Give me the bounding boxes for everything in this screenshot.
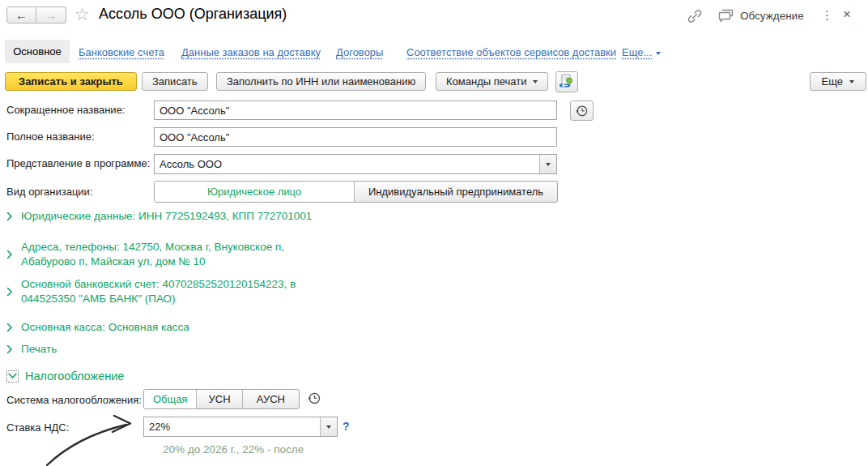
group-addresses-line2: Абабурово п, Майская ул, дом № 10: [21, 254, 284, 269]
short-name-input[interactable]: [154, 100, 557, 120]
more-actions-label: Еще: [822, 75, 843, 88]
chevron-down-icon: [533, 80, 538, 83]
chevron-down-icon: [546, 163, 551, 166]
discussion-label: Обсуждение: [740, 10, 804, 22]
chevron-right-icon: [6, 287, 13, 297]
tax-system-toggle: Общая УСН АУСН: [143, 389, 300, 409]
tab-delivery-orders[interactable]: Данные заказов на доставку: [181, 46, 321, 58]
history-clock-icon: [307, 391, 321, 405]
tax-system-option-ausn[interactable]: АУСН: [243, 390, 299, 408]
print-commands-button[interactable]: Команды печати: [436, 72, 548, 91]
tab-more[interactable]: Еще...: [622, 46, 661, 58]
edi-exchange-button[interactable]: [555, 71, 578, 92]
presentation-label: Представление в программе:: [6, 157, 150, 169]
forward-arrow-icon: →: [45, 8, 57, 22]
tax-system-label: Система налогообложения:: [6, 394, 142, 406]
tab-main[interactable]: Основное: [5, 40, 70, 63]
taxation-collapse-box[interactable]: [6, 370, 19, 383]
group-bank-account-line1: Основной банковский счет: 40702852520120…: [21, 277, 296, 292]
history-clock-icon: [575, 104, 589, 118]
favorite-star-icon[interactable]: ☆: [74, 5, 90, 24]
tab-contracts[interactable]: Договоры: [336, 46, 383, 58]
copy-link-button[interactable]: [686, 7, 704, 25]
tab-bank-accounts[interactable]: Банковские счета: [79, 46, 164, 58]
print-commands-label: Команды печати: [446, 75, 526, 88]
back-arrow-icon: ←: [15, 8, 28, 22]
discussion-bubble-icon: [717, 8, 734, 24]
group-cash-desk[interactable]: Основная касса: Основная касса: [6, 320, 189, 335]
more-actions-button[interactable]: Еще: [810, 72, 866, 91]
close-icon[interactable]: ×: [843, 7, 851, 22]
presentation-dropdown-button[interactable]: [539, 155, 556, 173]
org-kind-toggle: Юридическое лицо Индивидуальный предприн…: [154, 181, 558, 203]
chevron-down-icon: [326, 425, 331, 429]
presentation-combo: [154, 154, 557, 174]
chevron-down-icon: [8, 373, 17, 379]
group-addresses[interactable]: Адреса, телефоны: 142750, Москва г, Внук…: [6, 240, 284, 269]
nav-history-group: ← →: [6, 6, 66, 24]
save-button[interactable]: Записать: [142, 72, 208, 91]
chevron-down-icon: [849, 80, 854, 83]
short-name-history-button[interactable]: [570, 100, 594, 121]
chevron-down-icon: [656, 52, 661, 55]
chevron-right-icon: [6, 250, 13, 259]
annotation-arrow: [34, 411, 143, 466]
full-name-label: Полное название:: [6, 130, 95, 143]
group-bank-account-line2: 044525350 "АМБ БАНК" (ПАО): [21, 292, 296, 306]
group-print-text: Печать: [21, 342, 57, 357]
link-icon: [686, 7, 704, 25]
more-menu-icon[interactable]: ⋮: [821, 8, 833, 23]
short-name-label: Сокращенное название:: [6, 104, 125, 116]
group-legal-data-text: Юридические данные: ИНН 7725192493, КПП …: [21, 209, 312, 224]
org-kind-option-legal-entity[interactable]: Юридическое лицо: [155, 182, 355, 202]
save-and-close-button[interactable]: Записать и закрыть: [5, 72, 137, 91]
org-kind-label: Вид организации:: [6, 186, 93, 198]
chevron-right-icon: [6, 212, 13, 221]
vat-rate-combo: [143, 417, 338, 437]
group-taxation-header[interactable]: Налогообложение: [6, 370, 124, 383]
group-legal-data[interactable]: Юридические данные: ИНН 7725192493, КПП …: [6, 209, 312, 224]
edi-document-icon: [559, 74, 575, 90]
back-button[interactable]: ←: [6, 6, 36, 24]
org-kind-option-individual-entrepreneur[interactable]: Индивидуальный предприниматель: [355, 182, 557, 202]
vat-help-icon[interactable]: ?: [343, 420, 350, 433]
tax-system-history-button[interactable]: [306, 390, 322, 406]
page-title: Ассоль ООО (Организация): [99, 6, 287, 23]
group-print[interactable]: Печать: [6, 342, 57, 357]
tab-more-label: Еще...: [622, 46, 652, 58]
vat-rate-input[interactable]: [144, 417, 319, 436]
chevron-right-icon: [6, 344, 13, 354]
group-cash-desk-text: Основная касса: Основная касса: [21, 320, 189, 335]
taxation-title: Налогообложение: [25, 370, 124, 383]
group-bank-account[interactable]: Основной банковский счет: 40702852520120…: [6, 277, 296, 306]
full-name-input[interactable]: [154, 127, 557, 147]
tax-system-option-usn[interactable]: УСН: [197, 390, 242, 408]
forward-button[interactable]: →: [36, 6, 66, 24]
group-addresses-line1: Адреса, телефоны: 142750, Москва г, Внук…: [21, 240, 284, 254]
discussion-button[interactable]: Обсуждение: [717, 8, 804, 24]
tab-delivery-services[interactable]: Соответствие объектов сервисов доставки: [406, 46, 616, 58]
fill-by-inn-button[interactable]: Заполнить по ИНН или наименованию: [216, 72, 426, 91]
presentation-input[interactable]: [155, 155, 538, 173]
vat-hint: 20% до 2026 г., 22% - после: [163, 443, 304, 455]
chevron-right-icon: [6, 323, 13, 332]
tax-system-option-general[interactable]: Общая: [144, 390, 197, 408]
vat-rate-dropdown-button[interactable]: [320, 417, 337, 436]
